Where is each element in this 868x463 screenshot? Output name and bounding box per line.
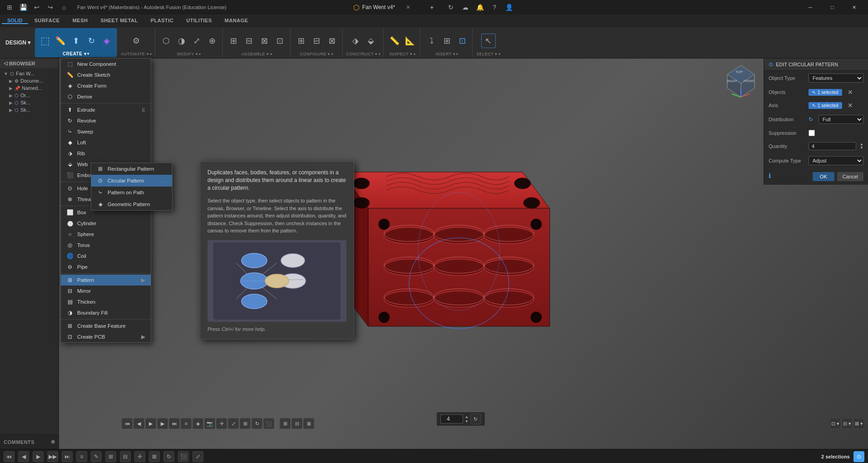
view-cube[interactable]: TOP FRONT RIGHT — [723, 63, 759, 99]
timeline-expand-icon[interactable]: ⤢ — [228, 418, 239, 429]
timeline-loop-icon[interactable]: ↻ — [252, 418, 262, 429]
timeline-back-btn[interactable]: ⏮ — [4, 451, 15, 462]
inspect-label[interactable]: INSPECT ▾ — [390, 52, 415, 57]
object-type-select[interactable]: Features Bodies Components — [809, 74, 863, 83]
timeline-anim-icon[interactable]: ◈ — [192, 418, 203, 429]
axis-selected-badge[interactable]: ↖ 1 selected — [809, 102, 842, 109]
submenu-geometric-pattern[interactable]: ◈ Geometric Pattern — [91, 198, 172, 210]
tab-utilities[interactable]: UTILITIES — [180, 16, 218, 26]
timeline-end-btn[interactable]: ⏭ — [62, 451, 73, 462]
tree-item-or[interactable]: ▶ ⬡ Or... — [0, 92, 59, 99]
revolve-icon[interactable]: ↻ — [84, 34, 99, 48]
menu-create-base-feature[interactable]: ⊞ Create Base Feature — [61, 320, 151, 331]
menu-create-pcb[interactable]: ⊡ Create PCB ▶ — [61, 331, 151, 342]
new-tab-btn[interactable]: + — [421, 0, 442, 15]
timeline-btn2[interactable]: ⊞ — [280, 418, 291, 429]
new-component-icon[interactable]: ⬚ — [38, 34, 52, 48]
timeline-loop-status-btn[interactable]: ↻ — [163, 451, 174, 462]
configure-icon2[interactable]: ⊟ — [310, 34, 324, 48]
menu-create-sketch[interactable]: ✏️ Create Sketch — [61, 69, 151, 80]
modify-label[interactable]: MODIFY ▾ — [177, 52, 201, 57]
timeline-move-icon[interactable]: ✛ — [216, 418, 227, 429]
submenu-pattern-on-path[interactable]: ⤷ Pattern on Path — [91, 187, 172, 198]
close-tab-btn[interactable]: ✕ — [398, 0, 419, 15]
comments-toggle[interactable]: ⊕ — [51, 439, 55, 445]
modify-icon3[interactable]: ⤢ — [190, 34, 204, 48]
info-icon[interactable]: ℹ — [769, 172, 771, 181]
undo-icon[interactable]: ↩ — [31, 1, 43, 13]
menu-thicken[interactable]: ▤ Thicken — [61, 296, 151, 307]
menu-torus[interactable]: ◎ Torus — [61, 240, 151, 251]
menu-pipe[interactable]: ⊖ Pipe — [61, 261, 151, 272]
inspect-icon1[interactable]: 📏 — [387, 34, 402, 48]
insert-label[interactable]: INSERT ▾ — [435, 52, 459, 57]
quantity-input[interactable] — [809, 142, 856, 150]
play-end-icon[interactable]: ⏭ — [169, 418, 180, 429]
select-label[interactable]: SELECT ▾ — [476, 52, 500, 57]
quantity-spinner[interactable]: ▲ ▼ — [860, 143, 863, 150]
timeline-zoom-btn[interactable]: ⤢ — [192, 451, 203, 462]
axis-clear-btn[interactable]: ✕ — [848, 102, 853, 109]
objects-clear-btn[interactable]: ✕ — [848, 89, 853, 96]
menu-cylinder[interactable]: ⬤ Cylinder — [61, 218, 151, 229]
tree-item-named[interactable]: ▶ 📌 Named... — [0, 84, 59, 92]
objects-selected-badge[interactable]: ↖ 1 selected — [809, 89, 842, 96]
timeline-rec-btn[interactable]: ⬛ — [178, 451, 189, 462]
play-prev-icon[interactable]: ◀ — [133, 418, 144, 429]
assemble-icon2[interactable]: ⊟ — [242, 34, 256, 48]
assemble-icon1[interactable]: ⊞ — [227, 34, 241, 48]
configure-icon3[interactable]: ⊠ — [325, 34, 340, 48]
play-icon[interactable]: ▶ — [145, 418, 156, 429]
tab-manage[interactable]: MANAGE — [218, 16, 255, 26]
menu-rib[interactable]: ⬗ Rib — [61, 148, 151, 159]
assemble-label[interactable]: ASSEMBLE ▾ — [242, 52, 272, 57]
insert-icon1[interactable]: ⤵ — [424, 34, 439, 48]
timeline-cam-icon[interactable]: 📷 — [204, 418, 215, 429]
save-icon[interactable]: 💾 — [17, 1, 29, 13]
qty-input[interactable] — [440, 414, 463, 424]
account-icon[interactable]: 👤 — [503, 1, 515, 13]
timeline-handle[interactable]: ⋮⋮ — [275, 421, 279, 426]
timeline-mark-btn[interactable]: ≡ — [76, 451, 87, 462]
menu-derive[interactable]: ⬡ Derive — [61, 91, 151, 102]
qty-spinner[interactable]: ▲ ▼ — [465, 415, 469, 424]
help-icon[interactable]: ? — [488, 1, 500, 13]
ok-button[interactable]: OK — [813, 172, 834, 181]
home-icon[interactable]: ⌂ — [58, 1, 70, 13]
menu-loft[interactable]: ◆ Loft — [61, 137, 151, 148]
timeline-icon[interactable]: ≡ — [181, 418, 192, 429]
timeline-btn3[interactable]: ⊟ — [291, 418, 302, 429]
sketch-icon[interactable]: ✏️ — [53, 34, 68, 48]
timeline-snap-icon[interactable]: ⊞ — [240, 418, 251, 429]
design-menu-btn[interactable]: DESIGN ▾ — [2, 28, 34, 57]
notification-icon[interactable]: 🔔 — [474, 1, 486, 13]
menu-sweep[interactable]: ⤷ Sweep — [61, 126, 151, 137]
configure-label[interactable]: CONFIGURE ▾ — [300, 52, 334, 57]
tab-sheet-metal[interactable]: SHEET METAL — [94, 16, 144, 26]
tab-surface[interactable]: SURFACE — [28, 16, 66, 26]
timeline-grid-btn[interactable]: ⊞ — [105, 451, 116, 462]
qty-up[interactable]: ▲ — [465, 415, 469, 419]
refresh-icon[interactable]: ↻ — [445, 1, 457, 13]
menu-pattern[interactable]: ⊞ Pattern ▶ — [61, 275, 151, 286]
play-next-icon[interactable]: ▶ — [157, 418, 168, 429]
create-group-label[interactable]: CREATE ▾ — [63, 51, 89, 57]
menu-extrude[interactable]: ⬆ Extrude E — [61, 104, 151, 115]
assemble-icon3[interactable]: ⊠ — [257, 34, 272, 48]
timeline-edit-btn[interactable]: ✎ — [91, 451, 102, 462]
submenu-circular-pattern[interactable]: ⊙ Circular Pattern … — [91, 175, 172, 187]
timeline-move-status-btn[interactable]: ✛ — [134, 451, 145, 462]
tree-item-sk1[interactable]: ▶ ⬡ Sk... — [0, 99, 59, 106]
assemble-icon4[interactable]: ⊡ — [273, 34, 287, 48]
tree-item-sk2[interactable]: ▶ ⬡ Sk... — [0, 106, 59, 113]
modify-icon4[interactable]: ⊕ — [205, 34, 220, 48]
close-btn[interactable]: ✕ — [843, 0, 864, 15]
timeline-play-btn[interactable]: ▶ — [33, 451, 44, 462]
menu-sphere[interactable]: ○ Sphere — [61, 229, 151, 240]
view-toggle-btn[interactable]: ⊡ ▾ — [830, 418, 841, 429]
cloud-icon[interactable]: ☁ — [459, 1, 471, 13]
menu-coil[interactable]: 🌀 Coil — [61, 251, 151, 261]
extrude-icon[interactable]: ⬆ — [69, 34, 83, 48]
grid-icon[interactable]: ⊞ — [4, 1, 15, 13]
maximize-btn[interactable]: □ — [822, 0, 843, 15]
